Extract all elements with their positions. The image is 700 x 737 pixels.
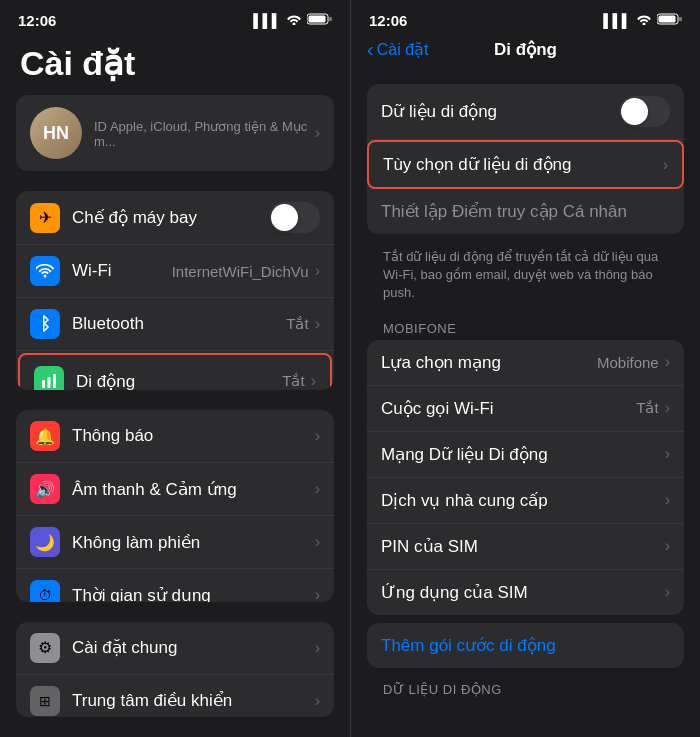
chevron-icon: › [315,586,320,601]
mobifone-header: MOBIFONE [351,315,700,340]
signal-icon: ▌▌▌ [253,13,281,28]
dnd-label: Không làm phiền [72,532,315,553]
status-bar-left: 12:06 ▌▌▌ [0,0,350,35]
hotspot-item[interactable]: Thiết lập Điểm truy cập Cá nhân [367,189,684,234]
svg-rect-2 [309,16,326,23]
wifi-icon [286,13,302,28]
chevron-right-icon: › [315,124,320,142]
wifi-value: InternetWiFi_DichVu [172,263,309,280]
chevron-icon: › [315,262,320,280]
airplane-toggle[interactable] [269,202,320,233]
time-right: 12:06 [369,12,407,29]
add-plan-item[interactable]: Thêm gói cước di động [367,623,684,668]
chevron-icon: › [665,583,670,601]
chevron-icon: › [315,315,320,333]
back-chevron-icon: ‹ [367,38,374,61]
carrier-services-label: Dịch vụ nhà cung cấp [381,490,665,511]
network-selection-item[interactable]: Lựa chọn mạng Mobifone › [367,340,684,386]
battery-icon [307,13,332,28]
general-label: Cài đặt chung [72,637,315,658]
mobile-data-network-item[interactable]: Mạng Dữ liệu Di động › [367,432,684,478]
chevron-icon: › [665,491,670,509]
wifi-calling-value: Tắt [636,399,658,417]
chevron-icon: › [665,445,670,463]
status-icons-right: ▌▌▌ [603,13,682,28]
screentime-label: Thời gian sử dụng [72,585,315,602]
svg-rect-8 [659,16,676,23]
svg-rect-5 [53,374,56,388]
cellular-data-label: Dữ liệu di động [381,101,619,122]
control-center-icon: ⊞ [30,686,60,716]
svg-rect-1 [329,17,332,21]
dnd-item[interactable]: 🌙 Không làm phiền › [16,516,334,569]
bluetooth-item[interactable]: ᛒ Bluetooth Tắt › [16,298,334,351]
cellular-value: Tắt [282,372,304,390]
add-plan-group: Thêm gói cước di động [367,623,684,668]
back-button[interactable]: ‹ Cài đặt [367,38,428,61]
account-info: ID Apple, iCloud, Phương tiện & Mục m... [94,117,315,149]
chevron-icon: › [315,692,320,710]
chevron-icon: › [315,480,320,498]
cellular-data-item[interactable]: Dữ liệu di động [367,84,684,140]
hotspot-label: Thiết lập Điểm truy cập Cá nhân [381,201,670,222]
chevron-icon: › [665,399,670,417]
sim-pin-item[interactable]: PIN của SIM › [367,524,684,570]
notification-icon: 🔔 [30,421,60,451]
network-value: Mobifone [597,354,659,371]
avatar: HN [30,107,82,159]
chevron-icon: › [311,372,316,390]
chevron-icon: › [663,156,668,174]
cellular-footer: Tắt dữ liệu di động để truyền tắt cả dữ … [351,242,700,315]
left-panel: 12:06 ▌▌▌ Cài đặt HN ID Apple, iC [0,0,350,737]
sim-app-item[interactable]: Ứng dụng của SIM › [367,570,684,615]
nav-bar: ‹ Cài đặt Di động [351,35,700,68]
chevron-icon: › [315,427,320,445]
network-selection-label: Lựa chọn mạng [381,352,597,373]
sound-item[interactable]: 🔊 Âm thanh & Cảm ứng › [16,463,334,516]
notifications-group: 🔔 Thông báo › 🔊 Âm thanh & Cảm ứng › 🌙 K… [16,410,334,601]
mobifone-group: Lựa chọn mạng Mobifone › Cuộc gọi Wi-Fi … [367,340,684,615]
bluetooth-icon: ᛒ [30,309,60,339]
add-plan-label: Thêm gói cước di động [381,635,670,656]
general-icon: ⚙ [30,633,60,663]
cellular-label: Di động [76,371,282,391]
wifi-calling-item[interactable]: Cuộc gọi Wi-Fi Tắt › [367,386,684,432]
control-center-label: Trung tâm điều khiển [72,690,315,711]
general-item[interactable]: ⚙ Cài đặt chung › [16,622,334,675]
cellular-data-toggle[interactable] [619,96,670,127]
sound-label: Âm thanh & Cảm ứng [72,479,315,500]
sound-icon: 🔊 [30,474,60,504]
status-bar-right: 12:06 ▌▌▌ [351,0,700,35]
cellular-icon [34,366,64,390]
battery-icon-right [657,13,682,28]
sim-pin-label: PIN của SIM [381,536,665,557]
cellular-item[interactable]: Di động Tắt › [18,353,332,390]
right-panel: 12:06 ▌▌▌ ‹ Cài đặt Di động [350,0,700,737]
account-row[interactable]: HN ID Apple, iCloud, Phương tiện & Mục m… [16,95,334,171]
cellular-options-label: Tùy chọn dữ liệu di động [383,154,663,175]
bluetooth-label: Bluetooth [72,314,286,334]
carrier-services-item[interactable]: Dịch vụ nhà cung cấp › [367,478,684,524]
wifi-calling-label: Cuộc gọi Wi-Fi [381,398,636,419]
status-icons-left: ▌▌▌ [253,13,332,28]
chevron-icon: › [315,533,320,551]
svg-rect-4 [48,377,51,388]
airplane-mode-item[interactable]: ✈ Chế độ máy bay [16,191,334,245]
page-title: Cài đặt [0,35,350,95]
connectivity-group: ✈ Chế độ máy bay Wi-Fi InternetWiFi_Dich… [16,191,334,390]
signal-icon-right: ▌▌▌ [603,13,631,28]
dnd-icon: 🌙 [30,527,60,557]
mobile-data-network-label: Mạng Dữ liệu Di động [381,444,665,465]
sim-app-label: Ứng dụng của SIM [381,582,665,603]
account-subtitle: ID Apple, iCloud, Phương tiện & Mục m... [94,119,315,149]
wifi-item[interactable]: Wi-Fi InternetWiFi_DichVu › [16,245,334,298]
cellular-options-item[interactable]: Tùy chọn dữ liệu di động › [367,140,684,189]
screentime-item[interactable]: ⏱ Thời gian sử dụng › [16,569,334,601]
wifi-label: Wi-Fi [72,261,172,281]
notifications-item[interactable]: 🔔 Thông báo › [16,410,334,463]
airplane-label: Chế độ máy bay [72,207,269,228]
bottom-section-header: DỮ LIỆU DI ĐỘNG [351,676,700,701]
control-center-item[interactable]: ⊞ Trung tâm điều khiển › [16,675,334,717]
general-group: ⚙ Cài đặt chung › ⊞ Trung tâm điều khiển… [16,622,334,717]
chevron-icon: › [665,353,670,371]
